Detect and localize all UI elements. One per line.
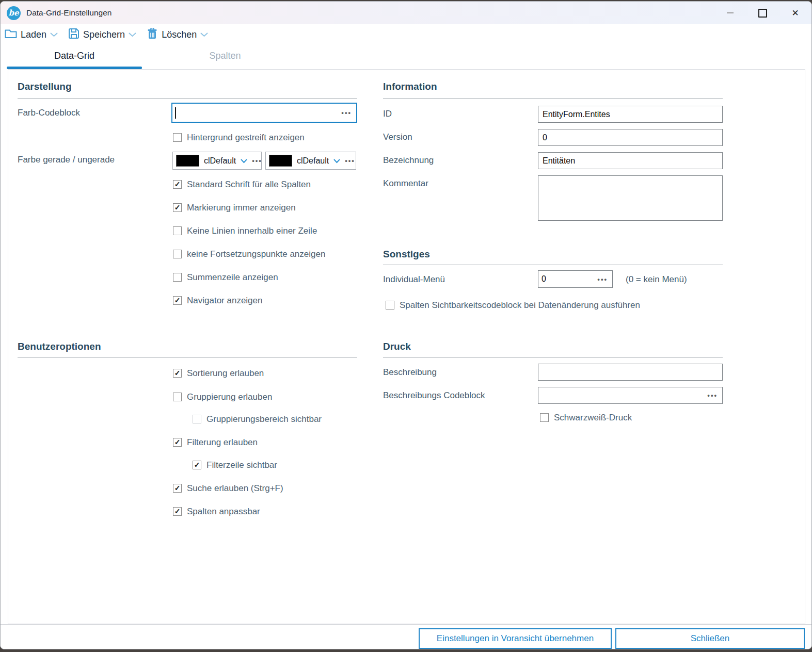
checkbox-gruppierung-erlauben[interactable]: Gruppierung erlauben bbox=[173, 392, 272, 402]
maximize-button[interactable] bbox=[746, 2, 779, 24]
checkbox[interactable] bbox=[173, 369, 182, 378]
individual-menu-field: ••• bbox=[538, 270, 613, 288]
beschreibungs-codeblock-field: ••• bbox=[538, 387, 723, 404]
minimize-icon bbox=[727, 12, 734, 13]
color-swatch bbox=[176, 155, 199, 167]
folder-icon bbox=[5, 28, 17, 41]
section-title-druck: Druck bbox=[383, 341, 411, 352]
section-title-benutzeroptionen: Benutzeroptionen bbox=[18, 341, 101, 352]
beschreibung-label: Beschreibung bbox=[383, 367, 437, 378]
window-title: Data-Grid-Einstellungen bbox=[26, 8, 112, 18]
version-input[interactable] bbox=[538, 129, 723, 146]
section-divider bbox=[383, 265, 723, 265]
version-label: Version bbox=[383, 132, 412, 142]
kommentar-textarea[interactable] bbox=[538, 175, 723, 221]
farb-codeblock-label: Farb-Codeblock bbox=[18, 108, 80, 118]
beschreibungs-codeblock-label: Beschreibungs Codeblock bbox=[383, 390, 485, 401]
farb-codeblock-input[interactable] bbox=[176, 106, 341, 120]
id-label: ID bbox=[383, 109, 392, 119]
checkbox[interactable] bbox=[173, 273, 182, 282]
tab-spalten[interactable]: Spalten bbox=[142, 45, 308, 67]
minimize-button[interactable] bbox=[714, 2, 746, 24]
checkbox-keine-fortsetzungspunkte[interactable]: keine Fortsetzungspunkte anzeigen bbox=[173, 249, 325, 259]
farb-codeblock-field: ••• bbox=[171, 103, 357, 123]
toolbar-laden-label: Laden bbox=[21, 29, 46, 40]
checkbox[interactable] bbox=[173, 484, 182, 493]
color-even-dropdown[interactable]: clDefault ••• bbox=[172, 152, 262, 170]
checkbox-summenzeile[interactable]: Summenzeile anzeigen bbox=[173, 272, 278, 283]
id-input[interactable] bbox=[538, 106, 723, 123]
footer-bar: Einstellungen in Voransicht übernehmen S… bbox=[1, 624, 811, 649]
checkbox[interactable] bbox=[173, 393, 182, 401]
bezeichnung-input[interactable] bbox=[538, 152, 723, 169]
color-odd-dropdown[interactable]: clDefault ••• bbox=[265, 152, 356, 170]
kommentar-label: Kommentar bbox=[383, 178, 428, 189]
checkbox[interactable] bbox=[173, 438, 182, 447]
checkbox-markierung-immer[interactable]: Markierung immer anzeigen bbox=[173, 202, 296, 213]
apply-settings-button[interactable]: Einstellungen in Voransicht übernehmen bbox=[419, 628, 612, 649]
ellipsis-button[interactable]: ••• bbox=[345, 157, 355, 164]
checkbox-sortierung-erlauben[interactable]: Sortierung erlauben bbox=[173, 368, 264, 379]
ellipsis-button[interactable]: ••• bbox=[341, 109, 356, 116]
section-divider bbox=[18, 99, 357, 99]
checkbox[interactable] bbox=[540, 413, 549, 422]
tab-page-data-grid: Darstellung Farb-Codeblock ••• Hintergru… bbox=[8, 69, 805, 624]
toolbar-laden-button[interactable]: Laden bbox=[5, 28, 58, 41]
ellipsis-button[interactable]: ••• bbox=[252, 157, 262, 164]
section-divider bbox=[383, 99, 723, 99]
app-logo-icon: be bbox=[7, 6, 21, 20]
toolbar-speichern-button[interactable]: Speichern bbox=[68, 28, 136, 41]
checkbox[interactable] bbox=[386, 301, 394, 309]
checkbox-suche-erlauben[interactable]: Suche erlauben (Strg+F) bbox=[173, 483, 283, 494]
checkbox[interactable] bbox=[193, 461, 201, 469]
toolbar: Laden Speichern bbox=[1, 24, 811, 45]
ellipsis-button[interactable]: ••• bbox=[597, 276, 612, 283]
checkbox-gruppierungsbereich-sichtbar[interactable]: Gruppierungsbereich sichtbar bbox=[193, 414, 322, 425]
checkbox-hintergrund-gestreift[interactable]: Hintergrund gestreift anzeigen bbox=[173, 132, 305, 143]
checkbox[interactable] bbox=[173, 250, 182, 258]
toolbar-loeschen-label: Löschen bbox=[162, 29, 197, 40]
section-title-information: Information bbox=[383, 81, 437, 92]
chevron-down-icon[interactable] bbox=[129, 30, 136, 39]
checkbox[interactable] bbox=[173, 180, 182, 189]
beschreibung-input[interactable] bbox=[538, 364, 723, 381]
chevron-down-icon[interactable] bbox=[333, 156, 340, 166]
toolbar-speichern-label: Speichern bbox=[83, 29, 125, 40]
checkbox-schwarzweiss-druck[interactable]: Schwarzweiß-Druck bbox=[540, 412, 632, 423]
individual-menu-label: Individual-Menü bbox=[383, 274, 445, 285]
checkbox[interactable] bbox=[173, 296, 182, 305]
trash-icon bbox=[147, 28, 158, 41]
close-button[interactable]: ✕ bbox=[779, 2, 811, 24]
ellipsis-button[interactable]: ••• bbox=[707, 392, 722, 399]
chevron-down-icon[interactable] bbox=[241, 156, 247, 166]
checkbox[interactable] bbox=[173, 203, 182, 212]
checkbox[interactable] bbox=[173, 507, 182, 516]
checkbox-filterzeile-sichtbar[interactable]: Filterzeile sichtbar bbox=[193, 460, 277, 470]
dialog-window: be Data-Grid-Einstellungen ✕ Laden bbox=[0, 1, 812, 649]
checkbox[interactable] bbox=[173, 226, 182, 235]
title-bar: be Data-Grid-Einstellungen ✕ bbox=[1, 2, 811, 24]
chevron-down-icon[interactable] bbox=[50, 30, 58, 39]
individual-menu-hint: (0 = kein Menü) bbox=[626, 274, 687, 285]
checkbox[interactable] bbox=[193, 415, 201, 423]
beschreibungs-codeblock-input[interactable] bbox=[538, 389, 707, 402]
checkbox-spalten-anpassbar[interactable]: Spalten anpassbar bbox=[173, 506, 260, 517]
maximize-icon bbox=[758, 9, 767, 18]
section-divider bbox=[383, 357, 723, 357]
section-title-sonstiges: Sonstiges bbox=[383, 249, 430, 260]
checkbox-filterung-erlauben[interactable]: Filterung erlauben bbox=[173, 437, 258, 448]
close-dialog-button[interactable]: Schließen bbox=[615, 628, 805, 649]
individual-menu-input[interactable] bbox=[538, 272, 597, 286]
tab-data-grid[interactable]: Data-Grid bbox=[7, 45, 142, 67]
checkbox[interactable] bbox=[173, 133, 182, 142]
section-divider bbox=[18, 357, 357, 357]
checkbox-keine-linien[interactable]: Keine Linien innerhalb einer Zeile bbox=[173, 225, 317, 236]
section-title-darstellung: Darstellung bbox=[18, 81, 72, 92]
chevron-down-icon[interactable] bbox=[200, 30, 208, 39]
checkbox-navigator[interactable]: Navigator anzeigen bbox=[173, 295, 262, 306]
checkbox-sichtbarkeitscodeblock[interactable]: Spalten Sichtbarkeitscodeblock bei Daten… bbox=[386, 300, 640, 311]
save-icon bbox=[68, 28, 79, 41]
farbe-gerade-ungerade-label: Farbe gerade / ungerade bbox=[18, 155, 115, 165]
toolbar-loeschen-button[interactable]: Löschen bbox=[147, 28, 208, 41]
checkbox-standard-schrift[interactable]: Standard Schrift für alle Spalten bbox=[173, 179, 311, 190]
